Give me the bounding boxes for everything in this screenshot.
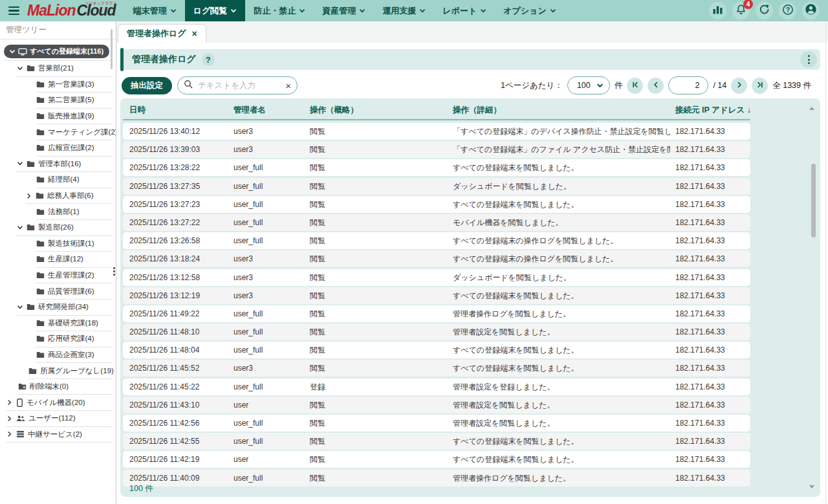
tree-item[interactable]: 販売推進課(9) (36, 109, 112, 125)
next-page-button[interactable] (731, 78, 747, 94)
page-scrollbar-track[interactable] (825, 21, 826, 504)
table-row[interactable]: 2025/11/26 13:26:58user_full閲覧すべての登録端末の操… (123, 232, 750, 249)
column-header[interactable]: 接続元 IP アドレス ↓ (675, 105, 751, 116)
folder-icon (36, 272, 45, 279)
previous-page-button[interactable] (648, 78, 664, 94)
sidebar-resize-handle[interactable] (113, 267, 115, 276)
help-icon: ? (782, 4, 794, 18)
column-header[interactable]: 日時 (129, 105, 146, 116)
nav-item-4[interactable]: 資産管理 (314, 0, 374, 21)
table-cell: user3 (234, 269, 253, 286)
nav-item-1[interactable]: 端末管理 (125, 0, 185, 21)
table-cell: 182.171.64.33 (675, 159, 725, 176)
table-cell: モバイル機器を閲覧しました。 (453, 214, 563, 231)
table-row[interactable]: 2025/11/26 13:39:03user3閲覧「すべての登録端末」のファイ… (123, 141, 750, 158)
brand-logo[interactable]: MaLion Cloud マリオンクラウド (27, 0, 116, 21)
folder-icon (36, 288, 45, 295)
table-scrollbar-thumb[interactable] (811, 164, 816, 237)
filter-settings-button[interactable]: 抽出設定 (122, 77, 172, 94)
tree-item[interactable]: 製造部(26) (17, 220, 112, 236)
column-header[interactable]: 操作（詳細） (453, 105, 501, 116)
previous-page-icon (652, 81, 660, 91)
table-row[interactable]: 2025/11/26 11:42:56user_full閲覧管理者設定を閲覧しま… (123, 415, 750, 432)
tree-item[interactable]: 製造技術課(1) (36, 236, 112, 252)
tree-item[interactable]: 第二営業課(5) (36, 93, 112, 109)
tree-item[interactable]: 所属グループなし(19) (28, 363, 112, 379)
tree-item[interactable]: 基礎研究課(18) (36, 316, 112, 332)
table-cell: 182.171.64.33 (675, 342, 725, 358)
tree-item[interactable]: 削除端末(0) (18, 379, 112, 395)
nav-item-label: 防止・禁止 (254, 5, 296, 17)
tree-item[interactable]: 管理本部(16) (17, 157, 112, 173)
tab-close-icon[interactable]: × (192, 29, 197, 38)
table-row[interactable]: 2025/11/26 11:48:10user_full閲覧管理者設定を閲覧しま… (123, 323, 750, 340)
search-box[interactable]: × (177, 76, 298, 94)
table-row[interactable]: 2025/11/26 13:28:22user_full閲覧すべての登録端末を閲… (123, 159, 750, 176)
last-page-button[interactable] (752, 78, 768, 94)
nav-item-5[interactable]: 運用支援 (374, 0, 434, 21)
table-cell: 閲覧 (310, 196, 325, 213)
tree-item[interactable]: ユーザー(112) (6, 411, 112, 427)
table-row[interactable]: 2025/11/26 11:40:09user_full閲覧管理者操作ログを閲覧… (123, 470, 750, 487)
tree-item[interactable]: マーケティング課(2) (36, 124, 112, 140)
table-row[interactable]: 2025/11/26 13:12:58user3閲覧ダッシュボードを閲覧しました… (123, 269, 750, 286)
sidebar-scrollbar[interactable] (111, 29, 113, 69)
tree-item[interactable]: 広報宣伝課(2) (36, 140, 112, 157)
per-page-select[interactable]: 100 (567, 76, 610, 94)
panel-help-icon[interactable]: ? (202, 53, 215, 66)
tree-item[interactable]: 応用研究課(4) (36, 331, 112, 347)
table-row[interactable]: 2025/11/26 11:48:04user_full閲覧すべての登録端末を閲… (123, 342, 750, 358)
tree-item[interactable]: 商品企画室(3) (36, 347, 112, 364)
table-row[interactable]: 2025/11/26 13:12:19user3閲覧すべての登録端末を閲覧しまし… (123, 287, 750, 304)
tree-item[interactable]: 中継サービス(2) (6, 427, 112, 443)
page-number-input[interactable] (668, 76, 708, 94)
account-button[interactable] (802, 2, 820, 19)
notifications-button[interactable]: 4 (732, 2, 750, 19)
column-header[interactable]: 管理者名 (234, 105, 266, 116)
tab-admin-operation-log[interactable]: 管理者操作ログ × (118, 24, 206, 43)
dashboard-chart-button[interactable] (709, 2, 726, 19)
table-row[interactable]: 2025/11/26 13:27:35user_full閲覧ダッシュボードを閲覧… (123, 178, 750, 195)
folder-icon (36, 96, 45, 104)
nav-item-3[interactable]: 防止・禁止 (245, 0, 314, 21)
hamburger-menu-icon[interactable] (7, 4, 21, 17)
kebab-menu-button[interactable] (800, 51, 817, 68)
tree-item[interactable]: 法務部(1) (36, 204, 112, 220)
table-row[interactable]: 2025/11/26 13:27:23user_full閲覧すべての登録端末を閲… (123, 196, 750, 213)
nav-item-7[interactable]: オプション (495, 0, 565, 21)
tree-item[interactable]: 生産管理課(2) (36, 268, 112, 284)
nav-item-2[interactable]: ログ閲覧 (185, 0, 246, 21)
table-row[interactable]: 2025/11/26 11:49:22user_full閲覧管理者操作ログを閲覧… (123, 305, 750, 322)
search-input[interactable] (197, 80, 281, 91)
scroll-up-icon[interactable] (809, 107, 814, 110)
table-cell: 閲覧 (310, 323, 325, 340)
table-row[interactable]: 2025/11/26 11:45:22user_full登録管理者設定を登録しま… (123, 378, 750, 395)
tree-item[interactable]: 研究開発部(34) (17, 300, 112, 316)
table-cell: 182.171.64.33 (675, 250, 725, 267)
refresh-button[interactable] (756, 2, 773, 19)
table-row[interactable]: 2025/11/26 11:42:19user閲覧すべての登録端末を閲覧しました… (123, 451, 750, 468)
help-button[interactable]: ? (779, 2, 796, 19)
table-row[interactable]: 2025/11/26 11:43:10user閲覧管理者設定を閲覧しました。18… (123, 397, 750, 413)
tree-item[interactable]: モバイル機器(20) (6, 395, 112, 411)
table-row[interactable]: 2025/11/26 11:45:52user3閲覧すべての登録端末を閲覧しまし… (123, 360, 750, 377)
first-page-button[interactable] (627, 78, 643, 94)
tree-item[interactable]: 第一営業課(3) (36, 77, 112, 93)
tree-item-all-devices[interactable]: すべての登録端末(116) (4, 45, 109, 58)
tree-item[interactable]: 総務人事部(6) (26, 188, 112, 204)
main-area: 管理者操作ログ × 管理者操作ログ ? 抽出設定 × 1ページあたり： 100 … (116, 21, 828, 504)
bar-chart-icon (712, 5, 723, 17)
tree-item[interactable]: 経理部(4) (36, 172, 112, 188)
scroll-down-icon[interactable] (809, 485, 814, 488)
column-header[interactable]: 操作（概略） (310, 105, 358, 116)
table-row[interactable]: 2025/11/26 13:40:12user3閲覧「すべての登録端末」のデバイ… (123, 123, 750, 140)
tree-item[interactable]: 営業部(21) (17, 61, 112, 77)
tree-item[interactable]: 生産課(12) (36, 252, 112, 268)
tree-item[interactable]: 品質管理課(6) (36, 283, 112, 300)
table-row[interactable]: 2025/11/26 13:18:24user3閲覧すべての登録端末の操作ログを… (123, 250, 750, 267)
clear-search-icon[interactable]: × (285, 81, 291, 91)
table-cell: user_full (234, 433, 263, 450)
table-row[interactable]: 2025/11/26 11:42:55user_full閲覧すべての登録端末を閲… (123, 433, 750, 450)
table-row[interactable]: 2025/11/26 13:27:22user_full閲覧モバイル機器を閲覧し… (123, 214, 750, 231)
nav-item-6[interactable]: レポート (434, 0, 495, 21)
